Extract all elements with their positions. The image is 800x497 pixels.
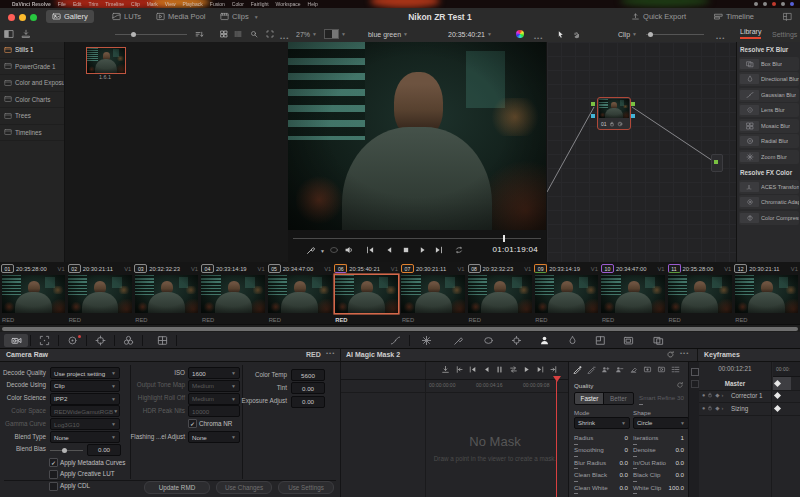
chevron-down-icon[interactable]: ▼ — [111, 421, 116, 427]
quality-reset-icon[interactable] — [676, 381, 684, 389]
param-slider-tick[interactable] — [574, 481, 578, 482]
album-icon[interactable] — [4, 79, 12, 87]
person-plus-icon[interactable] — [601, 365, 610, 374]
clip-thumbnail[interactable] — [601, 275, 665, 313]
fx-item-directional-blur[interactable]: Directional Blur — [739, 72, 799, 86]
dock-icon[interactable] — [691, 368, 699, 376]
dock-icon[interactable] — [691, 380, 699, 388]
control-value[interactable]: Clip — [54, 382, 65, 389]
clip-timecode[interactable]: 20:32:32:23 — [149, 266, 180, 272]
clip-thumbnail[interactable] — [668, 275, 732, 313]
node-rgb-output[interactable] — [631, 102, 635, 106]
quality-param-value[interactable]: 0.0 — [633, 459, 684, 466]
clip-number-badge[interactable]: 04 — [201, 264, 214, 273]
clip-camera-label[interactable]: RED — [735, 317, 747, 323]
top-button-gallery[interactable]: Gallery — [46, 10, 94, 23]
fx-thumbnail-icon[interactable] — [740, 136, 759, 146]
luts-icon[interactable] — [112, 12, 121, 21]
status-icon[interactable] — [754, 2, 758, 6]
camera-raw-label[interactable]: Tint — [167, 384, 287, 391]
fx-item-label[interactable]: Radial Blur — [761, 138, 788, 144]
fx-item-chromatic-adaptation[interactable]: Chromatic Adaptation — [739, 195, 799, 209]
minimize-window-button[interactable] — [19, 14, 26, 21]
menu-item[interactable]: Timeline — [105, 0, 124, 8]
pen-plus-icon[interactable] — [573, 365, 582, 374]
fx-thumbnail-icon[interactable] — [740, 213, 759, 223]
top-button-label[interactable]: Gallery — [64, 12, 88, 21]
clip-camera-label[interactable]: RED — [135, 317, 147, 323]
checkbox-apply-cdl[interactable] — [49, 482, 58, 491]
quality-param-value[interactable]: 1 — [633, 434, 684, 441]
clip-number-badge[interactable]: 10 — [601, 264, 614, 273]
param-slider-tick[interactable] — [633, 456, 637, 457]
color-match-palette-icon[interactable] — [32, 334, 56, 347]
filmstrip-clip-02[interactable]: 0220:30:21:11V1RED — [67, 262, 134, 324]
fx-item-color-compressor[interactable]: Color Compressor — [739, 211, 799, 225]
fx-item-label[interactable]: Color Compressor — [761, 215, 799, 221]
clip-thumbnail[interactable] — [735, 275, 799, 313]
camera-raw-label[interactable]: Gamma Curve — [0, 420, 46, 427]
node-key-output[interactable] — [631, 114, 635, 118]
clip-track-label[interactable]: V1 — [191, 266, 198, 272]
gallery-icon[interactable] — [52, 12, 61, 21]
fx-thumbnail-icon[interactable] — [740, 105, 759, 115]
camera-raw-label[interactable]: Decode Using — [0, 381, 46, 388]
clip-mode-select[interactable]: Clip▼ — [618, 26, 637, 42]
clip-timecode[interactable]: 20:30:21:11 — [416, 266, 446, 272]
param-slider-tick[interactable] — [574, 468, 578, 469]
clip-timecode[interactable]: 20:35:28:00 — [16, 266, 47, 272]
menu-item[interactable]: Mark — [147, 0, 158, 8]
expand-icon[interactable] — [266, 26, 274, 42]
mask-box2-icon[interactable] — [657, 365, 666, 374]
param-slider-tick[interactable] — [633, 444, 637, 445]
sort-icon[interactable] — [195, 26, 204, 42]
clip-camera-label[interactable]: RED — [669, 317, 681, 323]
close-window-button[interactable] — [8, 14, 15, 21]
album-icon[interactable] — [4, 112, 12, 120]
menu-item[interactable]: File — [58, 0, 66, 8]
clip-camera-label[interactable]: RED — [202, 317, 214, 323]
param-slider-tick[interactable] — [633, 468, 637, 469]
camera-raw-label[interactable]: Blend Type — [0, 433, 46, 440]
loop-range-icon[interactable] — [509, 365, 518, 374]
param-slider-tick[interactable] — [574, 493, 578, 494]
clip-name-select[interactable]: blue green▼ — [360, 26, 416, 42]
clip-thumbnail[interactable] — [268, 275, 332, 313]
node-key-input[interactable] — [591, 114, 595, 118]
enable-dot-icon[interactable]: ● — [702, 392, 705, 398]
status-icon[interactable] — [781, 2, 785, 6]
update-rmd-button[interactable]: Update RMD — [144, 481, 210, 494]
clip-track-label[interactable]: V1 — [591, 266, 598, 272]
filmstrip-clip-11[interactable]: 1120:35:28:00V1RED — [667, 262, 734, 324]
curves-palette-icon[interactable] — [383, 334, 407, 347]
clip-number-badge[interactable]: 09 — [534, 264, 547, 273]
timeline-output-node[interactable] — [711, 154, 723, 172]
clip-thumbnail[interactable] — [401, 275, 465, 313]
top-button-label[interactable]: LUTs — [124, 12, 141, 21]
clip-timecode[interactable]: 20:35:28:00 — [683, 266, 714, 272]
color-wheels-palette-icon[interactable] — [60, 334, 84, 347]
clip-timecode[interactable]: 20:33:14:19 — [549, 266, 580, 272]
clip-thumbnail[interactable] — [2, 275, 66, 313]
menu-item[interactable]: Fusion — [210, 0, 225, 8]
scrollbar-thumb[interactable] — [2, 327, 798, 331]
camera-raw-options-menu[interactable]: ••• — [326, 350, 335, 356]
media-pool-icon[interactable] — [156, 12, 165, 21]
list-icon[interactable] — [671, 365, 680, 374]
chroma-nr-checkbox[interactable]: ✓ — [188, 419, 197, 428]
fx-thumbnail-icon[interactable] — [740, 121, 759, 131]
menu-item[interactable]: View — [165, 0, 176, 8]
param-slider-tick[interactable] — [574, 444, 578, 445]
motion-effects-palette-icon[interactable] — [150, 334, 174, 347]
clip-number-badge[interactable]: 07 — [401, 264, 414, 273]
ruler-timecode[interactable]: 00:00:09:08 — [523, 382, 549, 388]
pause-icon[interactable] — [495, 365, 504, 374]
clip-track-label[interactable]: V1 — [791, 266, 798, 272]
viewer-zoom-select[interactable]: 27%▼ — [296, 26, 317, 42]
quality-param-value[interactable]: 100.0 — [633, 484, 684, 491]
eyedropper-tool-icon[interactable] — [306, 245, 316, 255]
camera-raw-label[interactable]: Exposure Adjust — [167, 397, 287, 404]
quality-param-value[interactable]: 0 — [574, 434, 628, 441]
keyframes-ruler[interactable]: 00:00: — [773, 362, 800, 377]
quality-param-value[interactable]: 0.0 — [574, 459, 628, 466]
